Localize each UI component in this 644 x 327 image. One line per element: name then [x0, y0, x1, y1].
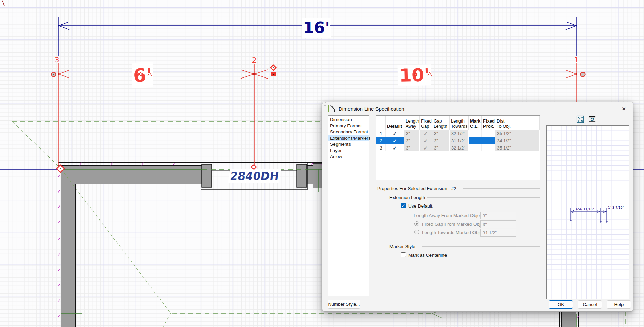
- marker-style-group-title: Marker Style: [389, 244, 415, 249]
- properties-section-title: Properties For Selected Extension - #2: [377, 186, 456, 191]
- length-towards-radio[interactable]: [414, 230, 419, 234]
- nav-item-arrow[interactable]: Arrow: [328, 153, 369, 159]
- nav-item-segments[interactable]: Segments: [328, 141, 369, 147]
- length-towards-input[interactable]: 31 1/2": [480, 229, 516, 237]
- dimension-preview-pane[interactable]: 6'-6 11/16" 1'-3 7/16": [546, 125, 629, 299]
- floor-plan-workspace: 16' 6' 10' 2840DH 3 2 1: [0, 0, 644, 327]
- fixed-gap-label: Fixed Gap From Marked Object:: [422, 222, 488, 227]
- nav-item-layer[interactable]: Layer: [328, 147, 369, 153]
- nav-item-dimension[interactable]: Dimension: [328, 116, 369, 123]
- refresh-preview-icon[interactable]: [588, 115, 596, 123]
- length-towards-label: Length Towards Marked Object:: [422, 230, 487, 235]
- dimension-end-markers[interactable]: [52, 72, 585, 77]
- use-default-label: Use Default: [408, 203, 433, 209]
- length-away-label: Length Away From Marked Object:: [414, 213, 485, 218]
- preview-dim-text-2: 1'-3 7/16": [608, 205, 624, 209]
- ok-button[interactable]: OK: [549, 300, 573, 309]
- dialog-title: Dimension Line Specification: [339, 106, 405, 112]
- preview-dim-text-1: 6'-6 11/16": [576, 207, 594, 211]
- table-row[interactable]: 3 ✓ 3" ✓ 3" 32 1/2" 35 1/2": [376, 144, 540, 151]
- fixed-gap-radio[interactable]: [414, 221, 419, 226]
- table-row-selected[interactable]: 2 ✓ 3" ✓ 3" 31 1/2" 34 1/2": [376, 137, 540, 144]
- cancel-button[interactable]: Cancel: [578, 300, 602, 309]
- default-check[interactable]: ✓: [386, 144, 404, 151]
- default-check[interactable]: ✓: [386, 130, 404, 137]
- resize-grip[interactable]: [322, 102, 326, 106]
- dimension-line-specification-dialog: Dimension Line Specification ✕ Dimension…: [322, 102, 633, 312]
- number-style-button[interactable]: Number Style...: [328, 300, 360, 309]
- fill-window-icon[interactable]: [576, 115, 584, 123]
- fixed-gap-check[interactable]: ✓: [420, 144, 432, 151]
- extension-length-group-title: Extension Length: [389, 195, 425, 200]
- use-default-checkbox[interactable]: ✓: [401, 203, 406, 208]
- nav-item-secondary-format[interactable]: Secondary Format: [328, 129, 369, 135]
- dimension-16ft[interactable]: [58, 17, 577, 56]
- close-icon[interactable]: ✕: [619, 105, 628, 113]
- dialog-nav-list: Dimension Primary Format Secondary Forma…: [328, 115, 369, 296]
- extensions-table: Default LengthAway FixedGap GapLength Le…: [376, 115, 540, 180]
- preview-drawing: 6'-6 11/16" 1'-3 7/16": [547, 126, 629, 299]
- dimension-tool-icon: [327, 105, 335, 113]
- mark-centerline-checkbox[interactable]: [401, 252, 406, 257]
- help-button[interactable]: Help: [607, 300, 631, 309]
- nav-item-extensions-markers[interactable]: Extensions/Markers: [328, 135, 369, 141]
- nav-item-primary-format[interactable]: Primary Format: [328, 123, 369, 129]
- fixed-gap-check[interactable]: ✓: [420, 130, 432, 137]
- fixed-gap-check[interactable]: ✓: [420, 137, 432, 144]
- length-away-input[interactable]: 3": [480, 212, 516, 219]
- dialog-title-bar[interactable]: Dimension Line Specification ✕: [322, 102, 633, 116]
- extensions-table-header: Default LengthAway FixedGap GapLength Le…: [376, 116, 540, 130]
- fixed-gap-input[interactable]: 3": [480, 220, 516, 228]
- table-row[interactable]: 1 ✓ 3" ✓ 3" 32 1/2" 35 1/2": [376, 130, 540, 137]
- mark-centerline-label: Mark as Centerline: [408, 253, 447, 258]
- default-check[interactable]: ✓: [386, 137, 404, 144]
